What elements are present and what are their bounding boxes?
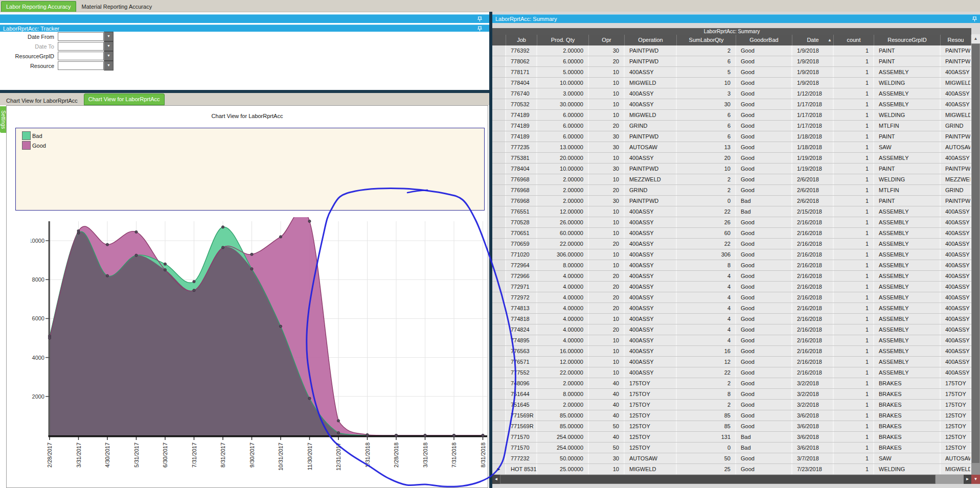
cell: ASSEMBLY [874,228,941,238]
cell: AUTOSAW [941,453,971,463]
scroll-down-icon[interactable]: ▼ [971,475,980,484]
table-row[interactable]: 77840410.0000030PAINTPWD10Good1/19/20181… [492,164,971,174]
table-row[interactable]: 7748244.0000020400ASSY4Good2/16/20181ASS… [492,324,971,335]
cell: 6 [677,56,736,66]
table-row[interactable]: 7516448.0000040175TOY8Good3/2/20181BRAKE… [492,389,971,400]
table-row[interactable]: 7748134.0000020400ASSY4Good2/16/20181ASS… [492,303,971,314]
cell: 20 [589,239,625,249]
table-row[interactable]: 77065922.0000020400ASSY22Good2/16/20181A… [492,239,971,249]
column-header-resourcegrpid[interactable]: ResourceGrpID [874,35,941,45]
scroll-up-icon[interactable]: ▲ [971,34,980,43]
table-row[interactable]: 771570254.0000050125TOY0Bad3/6/20181BRAK… [492,443,971,453]
chevron-down-icon[interactable]: ▼ [104,32,113,41]
column-header-job[interactable]: Job [506,35,537,45]
table-row[interactable]: 7729648.0000010400ASSY8Good2/16/20181ASS… [492,260,971,271]
table-row[interactable]: 7781715.0000010400ASSY5Good1/9/20181ASSE… [492,67,971,78]
table-row[interactable]: 77656316.0000010400ASSY16Good2/16/20181A… [492,346,971,357]
table-row[interactable]: 7729664.0000020400ASSY4Good2/16/20181ASS… [492,271,971,282]
table-row[interactable]: 7729714.0000020400ASSY4Good2/16/20181ASS… [492,282,971,292]
cell: 400ASSY [941,314,971,324]
cell: 771570 [506,443,537,453]
chart-view-tab-1[interactable]: Chart View for LaborRprtAcc [84,94,165,105]
table-row[interactable]: 771570254.0000040125TOY131Bad3/6/20181BR… [492,432,971,443]
tracker-form: Date From▼Date To▼ResourceGrpID▼Resource… [0,32,489,90]
cell: 1 [834,432,874,442]
column-header-opr[interactable]: Opr [589,35,625,45]
vertical-scrollbar[interactable]: ▲ ▼ [971,34,980,484]
row-selector [492,217,506,227]
pin-icon[interactable] [476,16,483,22]
cell: 774895 [506,335,537,345]
cell: 1 [834,421,874,431]
table-row[interactable]: 7769682.0000030PAINTPWD0Bad2/6/20181PAIN… [492,196,971,206]
table-row[interactable]: 77657112.0000010400ASSY12Good2/16/20181A… [492,357,971,367]
vertical-scrollbar-thumb[interactable] [972,44,979,463]
settings-tab[interactable]: Settings [0,106,6,133]
column-header-count[interactable]: count [834,35,874,45]
table-row[interactable]: 77538120.0000010400ASSY20Good1/19/20181A… [492,153,971,164]
table-row[interactable]: 77723513.0000030AUTOSAW13Good1/18/20181S… [492,142,971,153]
column-header-goodorbad[interactable]: GoodorBad [736,35,792,45]
table-row[interactable]: 7741896.0000020GRIND6Good1/17/20181MTLFI… [492,121,971,131]
pin-icon[interactable] [971,16,978,22]
x-tick-label: 3/31/2017 [76,443,82,468]
resource-input[interactable] [58,61,104,70]
horizontal-scrollbar[interactable]: ◄ ► [492,475,971,484]
cell: 10 [589,78,625,88]
table-row[interactable]: 77053230.0000010400ASSY30Good1/17/20181A… [492,99,971,110]
field-label: Date From [0,34,58,40]
table-row[interactable]: 771020306.0000010400ASSY306Good2/16/2018… [492,249,971,260]
resourcegrpid-input[interactable] [58,52,104,60]
table-row[interactable]: 7769682.0000010MEZZWELD2Good2/6/20181WEL… [492,174,971,185]
table-row[interactable]: 77052826.0000010400ASSY26Good2/16/20181A… [492,217,971,228]
table-row[interactable]: ►HOT 8531725.0000010MIGWELD25Good7/23/20… [492,464,971,475]
table-row[interactable]: 7516452.0000040175TOY2Good3/2/20181BRAKE… [492,400,971,410]
column-header-prod-qty[interactable]: Prod. Qty [537,35,589,45]
chart-view-tab-0[interactable]: Chart View for LaborRprtAcc [2,96,82,105]
cell: Good [736,324,792,335]
column-header-operation[interactable]: Operation [625,35,677,45]
cell: 4.00000 [537,292,589,303]
table-row[interactable]: 7741896.0000010MIGWELD6Good1/17/20181WEL… [492,110,971,121]
cell: 774824 [506,324,537,335]
table-row[interactable]: 77755222.0000010400ASSY22Good2/16/20181A… [492,367,971,378]
cell: 22 [677,367,736,378]
table-row[interactable]: 77065160.0000010400ASSY60Good2/16/20181A… [492,228,971,239]
table-row[interactable]: 7480962.0000040175TOY2Good3/2/20181BRAKE… [492,378,971,389]
cell: 772971 [506,282,537,292]
column-header-sumlaborqty[interactable]: SumLaborQty [677,35,736,45]
table-row[interactable]: 77723250.0000030AUTOSAW50Good3/7/20181SA… [492,453,971,464]
scroll-right-icon[interactable]: ► [964,475,971,484]
table-row[interactable]: 77655112.0000010400ASSY22Bad2/15/20181AS… [492,206,971,217]
table-row[interactable]: 7729724.0000020400ASSY4Good2/16/20181ASS… [492,292,971,303]
table-row[interactable]: 7769682.0000020GRIND2Good2/6/20181MTLFIN… [492,185,971,196]
date-to-input[interactable] [58,42,104,51]
tab-labor-reporting-accuracy[interactable]: Labor Reporting Accuracy [1,1,76,12]
chevron-down-icon[interactable]: ▼ [104,61,113,71]
cell: 400ASSY [941,249,971,260]
cell: 40 [589,432,625,442]
x-tick-label: 4/30/2017 [104,443,110,468]
horizontal-scrollbar-thumb[interactable] [500,475,936,484]
table-row[interactable]: 7741896.0000030PAINTPWD6Good1/18/20181PA… [492,131,971,142]
table-row[interactable]: 7780626.0000020PAINTPWD6Good1/9/20181PAI… [492,56,971,67]
column-header-resou[interactable]: Resou [941,35,971,45]
date-from-input[interactable] [58,32,104,41]
table-row[interactable]: 771569R85.0000040125TOY85Good3/6/20181BR… [492,410,971,421]
chevron-down-icon[interactable]: ▼ [104,41,113,51]
scroll-left-icon[interactable]: ◄ [492,475,500,484]
table-row[interactable]: 7748954.0000010400ASSY4Good2/16/20181ASS… [492,335,971,346]
cell: 1 [834,443,874,453]
chevron-down-icon[interactable]: ▼ [104,51,113,61]
cell: 777232 [506,453,537,463]
cell: 20 [589,324,625,335]
table-row[interactable]: 771569R85.0000050125TOY85Good3/6/20181BR… [492,421,971,432]
table-row[interactable]: 77840410.0000010MIGWELD10Good1/9/20181WE… [492,78,971,88]
tab-material-reporting-accuracy[interactable]: Material Reporting Accuracy [77,2,157,12]
column-header-date[interactable]: Date▲ [792,35,834,45]
cell: 10 [589,367,625,378]
row-selector [492,443,506,453]
table-row[interactable]: 7767403.0000010400ASSY3Good1/12/20181ASS… [492,88,971,99]
table-row[interactable]: 7748184.0000010400ASSY4Good2/16/20181ASS… [492,314,971,324]
table-row[interactable]: 7763922.0000030PAINTPWD2Good1/9/20181PAI… [492,45,971,56]
